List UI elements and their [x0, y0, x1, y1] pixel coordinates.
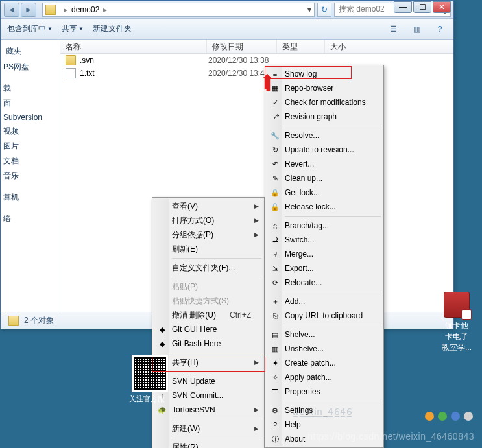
menu-item[interactable]: ⟳Relocate...: [267, 276, 382, 290]
menu-item[interactable]: 🔧Resolve...: [267, 128, 382, 143]
sidebar-item[interactable]: 算机: [1, 190, 60, 205]
tray-icon[interactable]: [438, 412, 447, 421]
view-options-icon[interactable]: ☰: [386, 22, 400, 36]
menu-item[interactable]: 撤消 删除(U)Ctrl+Z: [154, 308, 263, 322]
menu-item[interactable]: ↻Update to revision...: [267, 143, 382, 157]
copy-icon: ⎘: [270, 311, 280, 321]
help-icon[interactable]: ?: [433, 22, 447, 36]
sidebar-item[interactable]: 络: [1, 211, 60, 226]
menu-item[interactable]: ⑂Merge...: [267, 247, 382, 261]
sidebar-item[interactable]: PS网盘: [1, 60, 60, 75]
maximize-button[interactable]: ☐: [413, 1, 431, 13]
col-type[interactable]: 类型: [277, 40, 325, 53]
menu-item[interactable]: ⇄Switch...: [267, 233, 382, 247]
toolbar-newfolder[interactable]: 新建文件夹: [93, 23, 132, 34]
menu-item[interactable]: ＋Add...: [267, 294, 382, 309]
menu-item-label: 共享(H): [172, 357, 199, 368]
check-icon: ✓: [270, 97, 280, 108]
preview-pane-icon[interactable]: ▥: [409, 22, 424, 36]
file-row[interactable]: 1.txt2020/12/30 13:42: [60, 67, 453, 80]
menu-item[interactable]: 新建(W)▶: [154, 421, 263, 436]
menu-item[interactable]: ◆Git GUI Here: [154, 322, 263, 336]
desktop-shortcut-icon: [444, 292, 470, 318]
menu-item[interactable]: ⎘Copy URL to clipboard: [267, 309, 382, 323]
menu-item-label: Apply patch...: [285, 373, 332, 382]
menu-item[interactable]: 属性(R): [154, 440, 263, 448]
address-bar[interactable]: ▸ demo02 ▸ ▾: [42, 3, 315, 17]
git-icon: ◆: [157, 324, 167, 335]
menu-item[interactable]: ?Help: [267, 418, 382, 432]
sidebar-item[interactable]: 面: [1, 96, 60, 111]
menu-item[interactable]: ✦Create patch...: [267, 356, 382, 370]
menu-item[interactable]: ⇲Export...: [267, 261, 382, 276]
menu-item[interactable]: ⎇Revision graph: [267, 110, 382, 124]
sidebar-item[interactable]: 视频: [1, 124, 60, 139]
menu-item[interactable]: ✎Clean up...: [267, 171, 382, 185]
sidebar-item[interactable]: 音乐: [1, 169, 60, 183]
menu-item[interactable]: ⎌Branch/tag...: [267, 218, 382, 233]
menu-item[interactable]: 🐢TortoiseSVN▶: [154, 403, 263, 417]
col-name[interactable]: 名称: [60, 40, 207, 53]
menu-item[interactable]: ⚙Settings: [267, 403, 382, 418]
toolbar-include[interactable]: 包含到库中▼: [7, 23, 53, 34]
refresh-button[interactable]: ↻: [317, 3, 331, 17]
menu-item[interactable]: ▤Shelve...: [267, 327, 382, 342]
tray-icon[interactable]: [425, 412, 434, 421]
submenu-arrow-icon: ▶: [254, 203, 259, 209]
menu-item[interactable]: ▦Repo-browser: [267, 81, 382, 95]
system-tray: [425, 412, 473, 421]
menu-item[interactable]: ≡Show log: [267, 67, 382, 81]
about-icon: ⓘ: [270, 434, 280, 444]
menu-item[interactable]: 🔒Get lock...: [267, 185, 382, 200]
menu-item-label: 刷新(E): [172, 244, 198, 255]
forward-button[interactable]: ►: [21, 3, 36, 17]
back-button[interactable]: ◄: [4, 3, 19, 17]
sidebar-item[interactable]: 图片: [1, 139, 60, 154]
sidebar-item[interactable]: 载: [1, 81, 60, 96]
toolbar-share[interactable]: 共享▼: [62, 23, 84, 34]
close-button[interactable]: ✕: [433, 1, 451, 13]
tray-icon[interactable]: [464, 412, 473, 421]
menu-item-label: Resolve...: [285, 131, 319, 140]
menu-item[interactable]: 分组依据(P)▶: [154, 228, 263, 242]
address-dropdown-icon[interactable]: ▾: [307, 5, 311, 14]
menu-item[interactable]: 🔓Release lock...: [267, 200, 382, 214]
column-headers: 名称 修改日期 类型 大小: [60, 40, 453, 54]
menu-item[interactable]: ↓SVN Update: [154, 374, 263, 388]
file-row[interactable]: .svn2020/12/30 13:38: [60, 54, 453, 67]
menu-item[interactable]: 自定义文件夹(F)...: [154, 261, 263, 275]
col-date[interactable]: 修改日期: [207, 40, 277, 53]
tray-icon[interactable]: [451, 412, 460, 421]
menu-item-label: Shelve...: [285, 330, 315, 339]
relocate-icon: ⟳: [270, 277, 280, 288]
menu-item[interactable]: 查看(V)▶: [154, 199, 263, 213]
revert-icon: ↶: [270, 159, 280, 169]
menu-item[interactable]: ↑SVN Commit...: [154, 388, 263, 403]
menu-item-label: Help: [285, 420, 301, 429]
menu-item-label: Get lock...: [285, 188, 320, 197]
menu-item[interactable]: 刷新(E): [154, 242, 263, 256]
menu-item-label: Revert...: [285, 159, 314, 169]
git-icon: ◆: [157, 338, 167, 349]
menu-item[interactable]: ✓Check for modifications: [267, 95, 382, 110]
search-placeholder: 搜索 demo02: [339, 4, 385, 15]
menu-item-label: SVN Update: [172, 377, 215, 386]
submenu-arrow-icon: ▶: [254, 359, 259, 366]
menu-item-label: Switch...: [285, 235, 314, 244]
minimize-button[interactable]: —: [394, 1, 412, 13]
menu-item[interactable]: ↶Revert...: [267, 157, 382, 171]
sidebar-item[interactable]: Subversion: [1, 111, 60, 124]
tsvn-icon: 🐢: [157, 405, 167, 415]
menu-item[interactable]: 共享(H)▶: [154, 355, 263, 370]
sidebar: 藏夹 PS网盘载面Subversion视频图片文档音乐算机络: [1, 40, 60, 312]
menu-item[interactable]: ⓘAbout: [267, 432, 382, 446]
path-segment[interactable]: demo02: [71, 5, 99, 14]
menu-item[interactable]: ▥Unshelve...: [267, 342, 382, 356]
menu-item[interactable]: ☰Properties: [267, 384, 382, 399]
col-size[interactable]: 大小: [325, 40, 453, 53]
menu-item[interactable]: ◆Git Bash Here: [154, 336, 263, 351]
sidebar-item[interactable]: 文档: [1, 154, 60, 169]
desktop-shortcut[interactable]: 伽卡他卡电子教室学...: [442, 292, 472, 353]
menu-item[interactable]: ✧Apply patch...: [267, 370, 382, 384]
menu-item[interactable]: 排序方式(O)▶: [154, 213, 263, 228]
